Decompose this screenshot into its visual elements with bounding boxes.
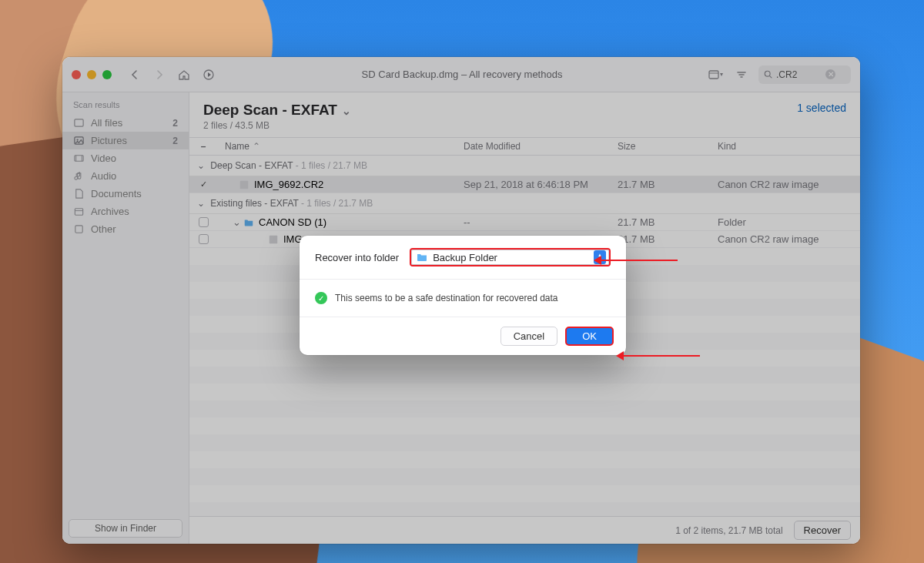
sidebar-item-label: Video [91, 152, 116, 164]
selection-count: 1 selected [797, 102, 846, 114]
toolbar: SD Card Backup.dmg – All recovery method… [62, 57, 860, 92]
file-kind: Canon CR2 raw image [718, 179, 860, 190]
svg-rect-7 [75, 209, 82, 215]
image-file-icon [268, 234, 279, 245]
pictures-icon [73, 135, 85, 146]
row-checkbox[interactable] [200, 179, 207, 190]
sidebar: Scan results All files 2 Pictures 2 Vide… [62, 92, 189, 544]
svg-point-5 [77, 139, 79, 140]
file-name: CANON SD (1) [259, 216, 326, 228]
window-title: SD Card Backup.dmg – All recovery method… [224, 69, 700, 80]
svg-rect-9 [240, 180, 249, 189]
chevron-down-icon: ⌄ [339, 105, 351, 117]
check-circle-icon: ✓ [315, 292, 327, 304]
svg-point-2 [765, 71, 770, 76]
file-kind: Folder [718, 216, 860, 228]
forward-button[interactable] [150, 66, 169, 83]
svg-rect-8 [75, 226, 82, 233]
recover-dialog: Recover into folder Backup Folder ✓ This… [300, 236, 626, 355]
home-button[interactable] [175, 66, 193, 83]
sidebar-item-count: 2 [172, 136, 178, 146]
sidebar-item-all-files[interactable]: All files 2 [62, 114, 189, 132]
sidebar-item-label: Pictures [91, 135, 127, 146]
destination-folder-select[interactable]: Backup Folder [410, 248, 611, 266]
sidebar-item-other[interactable]: Other [62, 220, 189, 238]
resume-scan-button[interactable] [199, 66, 218, 83]
filter-button[interactable] [732, 66, 751, 83]
back-button[interactable] [126, 66, 144, 83]
recover-button[interactable]: Recover [794, 521, 851, 540]
sidebar-item-documents[interactable]: Documents [62, 185, 189, 203]
image-file-icon [239, 179, 249, 190]
minimize-window-button[interactable] [87, 70, 96, 79]
folder-icon [416, 251, 428, 263]
search-icon [763, 69, 773, 79]
safe-destination-text: This seems to be a safe destination for … [335, 293, 558, 303]
other-icon [73, 223, 85, 235]
recover-label: Recover into folder [315, 252, 399, 263]
file-size: 21.7 MB [618, 179, 718, 190]
svg-rect-3 [75, 119, 83, 126]
row-checkbox[interactable] [199, 217, 209, 227]
audio-icon [73, 170, 85, 182]
select-all-checkbox[interactable]: – [199, 142, 209, 152]
file-row[interactable]: IMG_9692.CR2 Sep 21, 2018 at 6:46:18 PM … [189, 176, 860, 193]
sidebar-item-video[interactable]: Video [62, 149, 189, 167]
sidebar-item-label: Audio [91, 170, 116, 182]
disclosure-triangle-icon[interactable]: ⌄ [197, 198, 205, 209]
file-size: 21.7 MB [618, 216, 718, 228]
all-files-icon [73, 117, 85, 129]
sidebar-item-archives[interactable]: Archives [62, 203, 189, 220]
group-header-deepscan[interactable]: ⌄ Deep Scan - EXFAT - 1 files / 21.7 MB [189, 156, 860, 176]
sidebar-item-label: Archives [91, 206, 129, 217]
window-controls [72, 70, 112, 79]
search-input[interactable] [776, 69, 822, 80]
file-size: 21.7 MB [618, 233, 718, 245]
annotation-arrow [597, 260, 678, 261]
sort-asc-icon: ⌃ [253, 141, 260, 152]
file-date: Sep 21, 2018 at 6:46:18 PM [464, 179, 618, 190]
sidebar-item-label: Documents [91, 188, 142, 199]
sidebar-header: Scan results [62, 100, 189, 114]
column-headers: – Name⌃ Date Modified Size Kind [189, 137, 860, 156]
col-size[interactable]: Size [618, 141, 718, 152]
view-mode-button[interactable]: ▾ [706, 66, 725, 83]
selected-folder-label: Backup Folder [433, 252, 594, 263]
clear-search-button[interactable]: ✕ [825, 69, 835, 79]
status-summary: 1 of 2 items, 21.7 MB total [675, 525, 782, 536]
scan-title[interactable]: Deep Scan - EXFAT ⌄ [203, 102, 351, 119]
file-kind: Canon CR2 raw image [718, 233, 860, 245]
file-name: IMG_9692.CR2 [254, 179, 323, 190]
annotation-arrow [619, 355, 700, 357]
svg-rect-10 [270, 235, 278, 243]
disclosure-triangle-icon[interactable]: ⌄ [233, 216, 240, 228]
archives-icon [73, 206, 85, 217]
close-window-button[interactable] [72, 70, 81, 79]
sidebar-item-label: Other [91, 223, 116, 235]
svg-rect-1 [709, 71, 718, 79]
col-name[interactable]: Name [217, 141, 249, 152]
ok-button[interactable]: OK [565, 327, 614, 346]
status-bar: 1 of 2 items, 21.7 MB total Recover [189, 516, 860, 544]
sidebar-item-label: All files [91, 117, 122, 129]
sidebar-item-pictures[interactable]: Pictures 2 [62, 132, 189, 149]
folder-row[interactable]: ⌄ CANON SD (1) -- 21.7 MB Folder [189, 214, 860, 231]
scan-subtitle: 2 files / 43.5 MB [203, 120, 351, 131]
folder-icon [243, 217, 254, 228]
search-field[interactable]: ✕ [758, 65, 851, 84]
file-date: -- [464, 216, 618, 228]
video-icon [73, 152, 85, 164]
col-kind[interactable]: Kind [718, 141, 860, 152]
sidebar-item-audio[interactable]: Audio [62, 167, 189, 185]
sidebar-item-count: 2 [172, 118, 178, 129]
disclosure-triangle-icon[interactable]: ⌄ [197, 160, 205, 171]
documents-icon [73, 188, 85, 199]
col-date[interactable]: Date Modified [464, 141, 618, 152]
cancel-button[interactable]: Cancel [500, 327, 557, 346]
show-in-finder-button[interactable]: Show in Finder [69, 519, 182, 538]
row-checkbox[interactable] [199, 234, 209, 244]
zoom-window-button[interactable] [102, 70, 112, 79]
group-header-existing[interactable]: ⌄ Existing files - EXFAT - 1 files / 21.… [189, 193, 860, 214]
